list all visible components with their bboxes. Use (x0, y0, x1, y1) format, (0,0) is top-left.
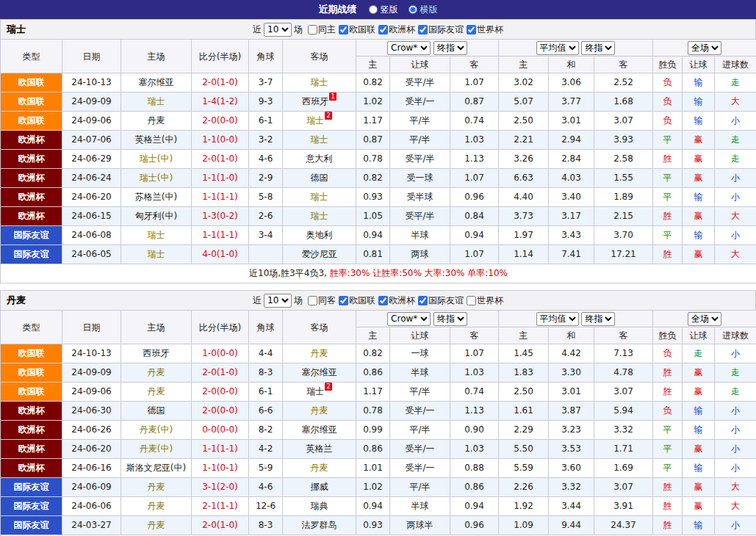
odds-time-select[interactable]: 终指 (433, 41, 467, 55)
avg-time-select[interactable]: 终指 (581, 312, 615, 326)
team-name[interactable]: 瑞士 (306, 386, 324, 396)
filter-checkbox-2[interactable]: 欧洲杯 (378, 23, 415, 36)
checkbox-input[interactable] (467, 296, 476, 305)
team-name[interactable]: 塞尔维亚 (302, 424, 337, 435)
home-team: 瑞士(中) (121, 169, 192, 188)
corner-score: 2-6 (249, 207, 283, 226)
team-name[interactable]: 瑞士 (148, 230, 165, 240)
filter-checkbox-4[interactable]: 世界杯 (467, 23, 503, 36)
filter-checkbox-4[interactable]: 世界杯 (467, 294, 503, 307)
team-name[interactable]: 瑞士(中) (140, 153, 173, 164)
team-name[interactable]: 挪威 (311, 482, 328, 492)
result-handicap: 输 (683, 516, 715, 535)
result-handicap: 输 (683, 459, 715, 478)
avg-away: 1.68 (594, 93, 653, 112)
checkbox-input[interactable] (339, 296, 348, 305)
team-name[interactable]: 丹麦 (148, 520, 165, 530)
match-row: 欧洲杯24-06-15匈牙利(中)1-3(0-2)2-6瑞士1.05受平/半0.… (1, 207, 756, 226)
team-name[interactable]: 匈牙利(中) (135, 211, 177, 221)
layout-radio-group: 竖版 横版 (369, 4, 438, 16)
odds-handicap: 平/半 (390, 112, 450, 131)
team-name[interactable]: 塞尔维亚 (302, 367, 337, 377)
match-row: 欧洲杯24-06-29瑞士(中)2-0(1-0)4-6意大利0.78受平/半1.… (1, 150, 756, 169)
team-name[interactable]: 瑞士 (306, 115, 324, 126)
team-name[interactable]: 丹麦 (311, 405, 328, 416)
team-name[interactable]: 斯洛文尼亚(中) (126, 463, 186, 473)
team-name[interactable]: 丹麦 (311, 348, 328, 358)
team-name[interactable]: 塞尔维亚 (139, 77, 174, 87)
avg-select[interactable]: 平均值 (536, 312, 579, 326)
team-name[interactable]: 英格兰(中) (135, 134, 177, 145)
team-name[interactable]: 瑞士 (311, 77, 328, 87)
checkbox-input[interactable] (308, 25, 317, 35)
team-name[interactable]: 奥地利 (306, 230, 333, 240)
team-name[interactable]: 瑞典 (311, 501, 328, 511)
team-name[interactable]: 瑞士 (311, 192, 328, 202)
filter-checkbox-2[interactable]: 欧洲杯 (378, 294, 415, 307)
scope-select[interactable]: 全场 (688, 41, 721, 55)
filter-checkbox-1[interactable]: 欧国联 (339, 23, 375, 36)
layout-option-vertical[interactable]: 竖版 (369, 4, 398, 16)
col-header-away: 客场 (283, 40, 356, 73)
home-team: 瑞士 (121, 226, 192, 245)
avg-select[interactable]: 平均值 (536, 41, 579, 55)
scope-select[interactable]: 全场 (688, 312, 721, 326)
match-score: 1-1(1-0) (192, 169, 249, 188)
odds-time-select[interactable]: 终指 (433, 312, 467, 326)
subcol-avg-home: 主 (499, 57, 549, 73)
matches-table-switzerland: 类型 日期 主场 比分(半场) 角球 客场 Crow* 终指 平均值 终指 全场 (0, 39, 756, 283)
vertical-radio[interactable] (369, 5, 378, 14)
filter-checkbox-3[interactable]: 国际友谊 (418, 23, 464, 36)
team-name[interactable]: 丹麦 (148, 115, 165, 126)
team-name[interactable]: 法罗群岛 (302, 520, 337, 530)
filter-checkbox-0[interactable]: 同客 (308, 294, 336, 307)
col-header-type: 类型 (1, 311, 62, 344)
team-name[interactable]: 丹麦 (311, 463, 328, 473)
team-name[interactable]: 丹麦 (148, 386, 165, 396)
match-count-select[interactable]: 10 (264, 294, 292, 308)
avg-away: 3.07 (594, 112, 653, 131)
corner-score: 12-6 (249, 497, 283, 516)
team-name[interactable]: 德国 (311, 173, 328, 183)
avg-home: 2.29 (499, 421, 549, 440)
team-name[interactable]: 苏格兰(中) (135, 192, 177, 202)
checkbox-input[interactable] (418, 25, 428, 35)
checkbox-input[interactable] (308, 296, 317, 305)
rank-badge: 2 (325, 112, 332, 120)
home-team: 西班牙 (121, 344, 192, 363)
team-name[interactable]: 丹麦(中) (140, 424, 173, 435)
team-name[interactable]: 丹麦 (148, 367, 165, 377)
corner-score: 4-2 (249, 440, 283, 459)
team-name[interactable]: 瑞士 (148, 249, 165, 259)
checkbox-input[interactable] (378, 25, 388, 35)
team-name[interactable]: 爱沙尼亚 (302, 249, 337, 259)
team-name[interactable]: 丹麦 (148, 482, 165, 492)
checkbox-input[interactable] (378, 296, 388, 305)
bookmaker-select[interactable]: Crow* (387, 312, 431, 326)
odds-handicap: 受半/一 (390, 402, 450, 421)
team-name[interactable]: 意大利 (306, 153, 333, 164)
team-name[interactable]: 西班牙 (143, 348, 170, 358)
team-name[interactable]: 瑞士 (148, 96, 165, 106)
match-count-select[interactable]: 10 (264, 23, 292, 37)
checkbox-input[interactable] (418, 296, 428, 305)
filter-checkbox-1[interactable]: 欧国联 (339, 294, 375, 307)
layout-option-horizontal[interactable]: 横版 (408, 4, 438, 16)
team-name[interactable]: 丹麦(中) (140, 443, 173, 454)
bookmaker-select[interactable]: Crow* (387, 41, 431, 55)
team-name[interactable]: 瑞士 (311, 211, 328, 221)
checkbox-input[interactable] (339, 25, 348, 35)
team-name[interactable]: 德国 (148, 405, 165, 416)
horizontal-radio[interactable] (408, 5, 417, 14)
team-name[interactable]: 西班牙 (302, 96, 328, 106)
corner-score: 8-3 (249, 363, 283, 383)
team-name[interactable]: 英格兰 (306, 443, 333, 454)
filter-checkbox-3[interactable]: 国际友谊 (418, 294, 464, 307)
odds-header-group: Crow* 终指 (356, 40, 499, 57)
team-name[interactable]: 丹麦 (148, 501, 165, 511)
avg-time-select[interactable]: 终指 (581, 41, 615, 55)
filter-checkbox-0[interactable]: 同主 (308, 23, 336, 36)
checkbox-input[interactable] (467, 25, 476, 35)
team-name[interactable]: 瑞士 (311, 134, 328, 145)
team-name[interactable]: 瑞士(中) (140, 173, 173, 183)
